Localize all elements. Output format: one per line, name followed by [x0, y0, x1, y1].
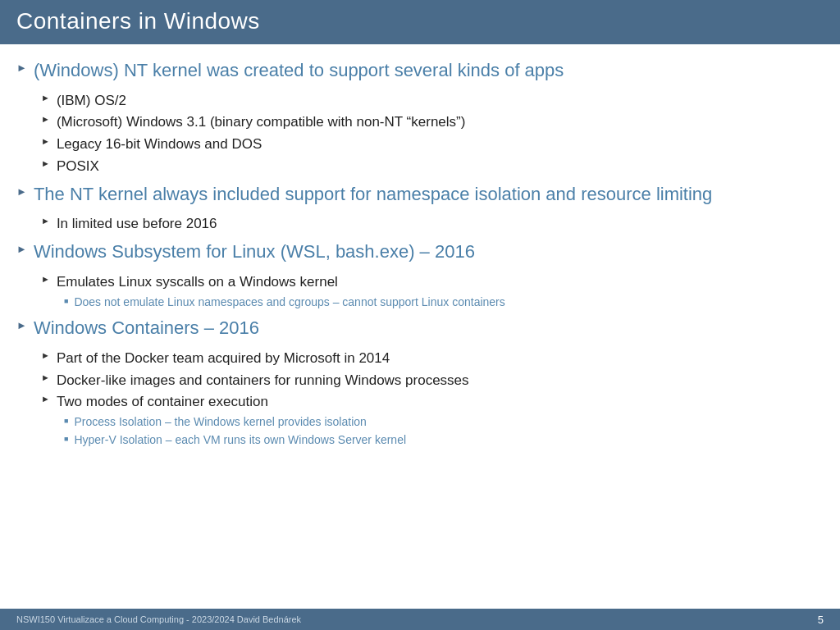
- sub-text-4-3: Two modes of container execution: [57, 392, 268, 412]
- sub-sub-item-3-1: ■ Does not emulate Linux namespaces and …: [64, 294, 815, 311]
- sub-sub-item-4-1: ■ Process Isolation – the Windows kernel…: [64, 414, 815, 431]
- sub-list-3: ► Emulates Linux syscalls on a Windows k…: [41, 272, 815, 310]
- section-1: ► (Windows) NT kernel was created to sup…: [16, 59, 815, 176]
- arrow-icon: ►: [41, 216, 50, 226]
- section-4: ► Windows Containers – 2016 ► Part of th…: [16, 317, 815, 448]
- sub-text-1-3: Legacy 16-bit Windows and DOS: [57, 135, 262, 154]
- footer-page-number: 5: [818, 614, 824, 626]
- section-2: ► The NT kernel always included support …: [16, 183, 815, 234]
- arrow-icon: ►: [41, 394, 50, 404]
- sub-text-3-1: Emulates Linux syscalls on a Windows ker…: [57, 272, 338, 292]
- arrow-icon: ►: [41, 114, 50, 124]
- main-bullet-3: ► Windows Subsystem for Linux (WSL, bash…: [16, 240, 815, 264]
- sub-sub-text-4-2: Hyper-V Isolation – each VM runs its own…: [74, 432, 406, 449]
- square-bullet-icon: ■: [64, 417, 68, 425]
- sub-text-1-1: (IBM) OS/2: [57, 91, 126, 111]
- square-bullet-icon: ■: [64, 435, 68, 443]
- section-3: ► Windows Subsystem for Linux (WSL, bash…: [16, 240, 815, 310]
- sub-list-4: ► Part of the Docker team acquired by Mi…: [41, 349, 815, 449]
- arrow-icon-3: ►: [16, 243, 27, 255]
- sub-text-2-1: In limited use before 2016: [57, 214, 217, 234]
- sub-sub-list-3: ■ Does not emulate Linux namespaces and …: [64, 294, 815, 311]
- arrow-icon: ►: [41, 93, 50, 103]
- main-bullet-1: ► (Windows) NT kernel was created to sup…: [16, 59, 815, 83]
- arrow-icon: ►: [41, 350, 50, 360]
- sub-sub-list-4: ■ Process Isolation – the Windows kernel…: [64, 414, 815, 448]
- sub-sub-item-4-2: ■ Hyper-V Isolation – each VM runs its o…: [64, 432, 815, 449]
- sub-item-1-4: ► POSIX: [41, 157, 815, 176]
- arrow-icon: ►: [41, 136, 50, 146]
- sub-item-3-1: ► Emulates Linux syscalls on a Windows k…: [41, 272, 815, 292]
- main-bullet-4: ► Windows Containers – 2016: [16, 317, 815, 340]
- sub-item-4-1: ► Part of the Docker team acquired by Mi…: [41, 349, 815, 368]
- sub-item-1-1: ► (IBM) OS/2: [41, 91, 815, 111]
- main-text-1: (Windows) NT kernel was created to suppo…: [34, 59, 564, 83]
- slide-title: Containers in Windows: [16, 8, 260, 34]
- slide-footer: NSWI150 Virtualizace a Cloud Computing -…: [0, 609, 840, 630]
- sub-item-4-3: ► Two modes of container execution: [41, 392, 815, 412]
- main-text-2: The NT kernel always included support fo…: [34, 183, 712, 207]
- footer-left-text: NSWI150 Virtualizace a Cloud Computing -…: [16, 614, 301, 624]
- sub-text-4-2: Docker-like images and containers for ru…: [57, 371, 469, 390]
- sub-text-1-4: POSIX: [57, 157, 99, 176]
- main-text-4: Windows Containers – 2016: [34, 317, 259, 340]
- slide-header: Containers in Windows: [0, 0, 840, 44]
- arrow-icon-4: ►: [16, 319, 27, 331]
- arrow-icon: ►: [41, 158, 50, 168]
- slide-container: Containers in Windows ► (Windows) NT ker…: [0, 0, 840, 630]
- sub-item-1-3: ► Legacy 16-bit Windows and DOS: [41, 135, 815, 154]
- arrow-icon: ►: [41, 372, 50, 382]
- arrow-icon-1: ►: [16, 62, 27, 74]
- sub-text-4-1: Part of the Docker team acquired by Micr…: [57, 349, 390, 368]
- slide-content: ► (Windows) NT kernel was created to sup…: [0, 44, 840, 609]
- sub-sub-text-4-1: Process Isolation – the Windows kernel p…: [74, 414, 366, 431]
- main-text-3: Windows Subsystem for Linux (WSL, bash.e…: [34, 240, 475, 264]
- arrow-icon-2: ►: [16, 185, 27, 198]
- sub-list-1: ► (IBM) OS/2 ► (Microsoft) Windows 3.1 (…: [41, 91, 815, 176]
- sub-list-2: ► In limited use before 2016: [41, 214, 815, 234]
- arrow-icon: ►: [41, 274, 50, 284]
- sub-item-2-1: ► In limited use before 2016: [41, 214, 815, 234]
- main-bullet-2: ► The NT kernel always included support …: [16, 183, 815, 207]
- sub-item-1-2: ► (Microsoft) Windows 3.1 (binary compat…: [41, 112, 815, 132]
- sub-sub-text-3-1: Does not emulate Linux namespaces and cg…: [74, 294, 504, 311]
- sub-item-4-2: ► Docker-like images and containers for …: [41, 371, 815, 390]
- sub-text-1-2: (Microsoft) Windows 3.1 (binary compatib…: [57, 112, 466, 132]
- square-bullet-icon: ■: [64, 297, 68, 305]
